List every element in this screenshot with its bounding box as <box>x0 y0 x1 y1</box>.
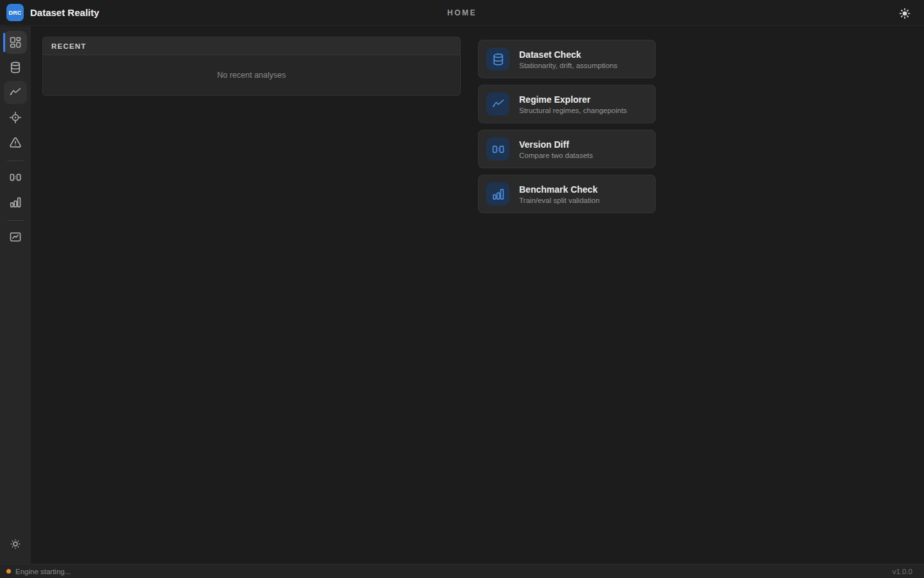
recent-empty-text: No recent analyses <box>217 71 286 80</box>
bar-chart-icon <box>9 196 22 209</box>
sidebar-item-charts[interactable] <box>4 225 27 249</box>
card-regime-explorer[interactable]: Regime Explorer Structural regimes, chan… <box>478 85 656 123</box>
status-dot <box>6 569 11 574</box>
nav-home[interactable]: HOME <box>447 8 477 17</box>
version-diff-icon <box>492 143 505 156</box>
card-version-diff[interactable]: Version Diff Compare two datasets <box>478 130 656 168</box>
sidebar-item-trends[interactable] <box>4 81 27 104</box>
topbar: DRC Dataset Reality HOME <box>0 0 924 26</box>
card-subtitle: Compare two datasets <box>519 152 593 159</box>
tool-cards: Dataset Check Stationarity, drift, assum… <box>478 40 656 213</box>
database-icon <box>492 53 505 66</box>
sidebar-divider <box>7 220 24 221</box>
sidebar-item-version-diff[interactable] <box>4 166 27 189</box>
recent-empty-state: No recent analyses <box>43 55 460 95</box>
database-icon <box>9 61 22 74</box>
card-icon-tile <box>486 92 509 116</box>
chart-frame-icon <box>9 231 22 243</box>
theme-toggle-button[interactable] <box>896 4 914 22</box>
sidebar-divider <box>7 161 24 161</box>
card-text: Dataset Check Stationarity, drift, assum… <box>519 49 617 69</box>
card-icon-tile <box>486 137 509 161</box>
status-bar: Engine starting... v1.0.0 <box>0 564 924 578</box>
app-version: v1.0.0 <box>893 568 912 575</box>
card-title: Version Diff <box>519 139 593 150</box>
sun-dim-icon <box>9 538 22 550</box>
version-diff-icon <box>9 171 22 184</box>
alert-triangle-icon <box>9 136 22 149</box>
sun-icon <box>898 7 911 20</box>
app-title: Dataset Reality <box>30 7 99 18</box>
sidebar <box>0 26 31 564</box>
sidebar-item-dashboard[interactable] <box>4 31 27 54</box>
card-subtitle: Train/eval split validation <box>519 197 600 204</box>
status-text: Engine starting... <box>15 568 71 575</box>
sidebar-theme-button[interactable] <box>4 532 27 556</box>
card-benchmark-check[interactable]: Benchmark Check Train/eval split validat… <box>478 175 656 213</box>
trend-line-icon <box>9 86 22 99</box>
recent-panel-header: RECENT <box>43 37 460 55</box>
sidebar-item-locate[interactable] <box>4 106 27 129</box>
sidebar-item-datasets[interactable] <box>4 56 27 79</box>
card-subtitle: Stationarity, drift, assumptions <box>519 62 617 69</box>
locate-icon <box>9 111 22 124</box>
brand: DRC Dataset Reality <box>0 4 99 21</box>
card-subtitle: Structural regimes, changepoints <box>519 107 627 114</box>
card-text: Regime Explorer Structural regimes, chan… <box>519 94 627 114</box>
layout-dashboard-icon <box>9 36 22 49</box>
card-text: Version Diff Compare two datasets <box>519 139 593 159</box>
recent-panel: RECENT No recent analyses <box>42 37 461 96</box>
card-title: Regime Explorer <box>519 94 627 105</box>
recent-panel-title: RECENT <box>51 42 86 50</box>
app-logo: DRC <box>6 4 24 21</box>
card-dataset-check[interactable]: Dataset Check Stationarity, drift, assum… <box>478 40 656 78</box>
trend-line-icon <box>492 98 505 111</box>
card-title: Dataset Check <box>519 49 617 60</box>
bar-chart-icon <box>492 188 505 201</box>
card-icon-tile <box>486 182 509 206</box>
card-title: Benchmark Check <box>519 184 600 195</box>
card-text: Benchmark Check Train/eval split validat… <box>519 184 600 204</box>
sidebar-item-benchmark[interactable] <box>4 191 27 214</box>
card-icon-tile <box>486 48 509 71</box>
sidebar-item-alerts[interactable] <box>4 131 27 154</box>
